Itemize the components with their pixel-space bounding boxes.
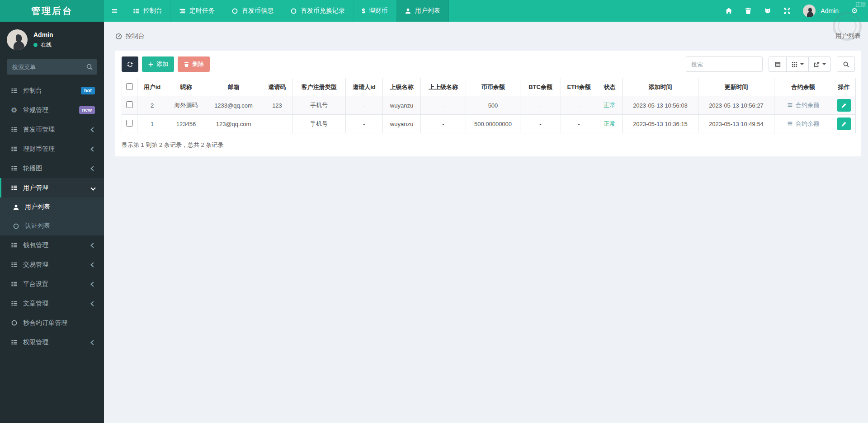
row-checkbox[interactable] — [126, 101, 133, 108]
sidebar-item-1[interactable]: ⚙常规管理new — [0, 100, 104, 120]
sidebar-item-4[interactable]: 轮播图 — [0, 159, 104, 178]
expand-icon[interactable] — [783, 7, 791, 14]
cat-icon[interactable] — [764, 7, 771, 14]
cell-invite_code: 123 — [262, 96, 292, 115]
admin-name-label[interactable]: Admin — [821, 7, 839, 14]
sidebar-item-3[interactable]: 理财币管理 — [0, 139, 104, 159]
cell-nickname: 海外源码 — [167, 96, 205, 115]
thlist-icon — [11, 339, 18, 346]
top-nav-tab-0[interactable]: 控制台 — [125, 0, 171, 22]
column-header-12: 添加时间 — [623, 78, 698, 96]
home-icon[interactable] — [725, 7, 732, 14]
sidebar-group-8: 平台设置 — [0, 274, 104, 294]
sidebar-item-label: 秒合约订单管理 — [23, 319, 67, 327]
sidebar-item-2[interactable]: 首发币管理 — [0, 120, 104, 139]
cell-eth_balance: - — [561, 96, 597, 115]
detail-view-button[interactable] — [769, 56, 787, 72]
sidebar-menu-search — [7, 59, 97, 75]
chevron-left-icon — [90, 166, 95, 171]
sidebar-group-5: 用户管理用户列表认证列表 — [0, 178, 104, 235]
sidebar-item-8[interactable]: 平台设置 — [0, 274, 104, 294]
tasks-icon — [179, 8, 186, 14]
row-select-cell — [122, 115, 137, 133]
breadcrumb-bar: 控制台 用户列表 — [104, 22, 868, 51]
contract-balance-link[interactable]: 合约余额 — [787, 101, 819, 109]
sidebar-item-label: 权限管理 — [23, 338, 48, 347]
sidebar-subitem-5-1[interactable]: 认证列表 — [0, 216, 104, 235]
row-checkbox[interactable] — [126, 120, 133, 127]
column-header-1: 昵称 — [167, 78, 205, 96]
cell-inviter_id: - — [346, 96, 383, 115]
cell-inviter_id: - — [346, 115, 383, 133]
top-nav-tab-label: 控制台 — [143, 7, 162, 15]
top-nav-tabs: 控制台定时任务首发币信息首发币兑换记录$理财币用户列表 — [125, 0, 449, 22]
circle-icon — [231, 8, 238, 14]
edit-button[interactable] — [837, 99, 851, 112]
trash-icon[interactable] — [745, 7, 752, 14]
cell-contract_label: 合约余额 — [774, 115, 832, 133]
column-header-2: 邮箱 — [205, 78, 262, 96]
search-icon — [86, 63, 93, 70]
sidebar-user-panel: Admin 在线 — [0, 22, 104, 56]
sidebar-subitem-label: 认证列表 — [25, 222, 50, 230]
column-header-14: 合约余额 — [774, 78, 832, 96]
admin-avatar[interactable] — [803, 5, 816, 17]
sidebar-avatar[interactable] — [7, 29, 28, 50]
column-header-7: 上上级名称 — [421, 78, 466, 96]
sidebar-subitem-5-0[interactable]: 用户列表 — [0, 197, 104, 216]
contract-balance-link[interactable]: 合约余额 — [787, 120, 819, 128]
sidebar-item-label: 轮播图 — [23, 164, 42, 173]
sidebar-item-9[interactable]: 文章管理 — [0, 294, 104, 313]
chevron-left-icon — [90, 282, 95, 287]
dollar-icon: $ — [362, 8, 365, 14]
thlist-icon — [11, 281, 18, 287]
top-nav-tab-3[interactable]: 首发币兑换记录 — [282, 0, 354, 22]
top-nav-tab-5[interactable]: 用户列表 — [396, 0, 449, 22]
table-search-input[interactable] — [686, 56, 763, 72]
cell-created_at: 2023-05-13 10:36:15 — [623, 115, 698, 133]
cell-nickname: 123456 — [167, 115, 205, 133]
column-header-5: 邀请人id — [346, 78, 383, 96]
column-header-10: ETH余额 — [561, 78, 597, 96]
refresh-button[interactable] — [122, 56, 138, 72]
status-badge[interactable]: 正常 — [604, 120, 616, 127]
cell-action — [832, 115, 856, 133]
delete-button[interactable]: 删除 — [178, 56, 210, 72]
sidebar-item-7[interactable]: 交易管理 — [0, 255, 104, 274]
thlist-icon — [11, 184, 18, 191]
add-button[interactable]: 添加 — [142, 56, 174, 72]
thlist-icon — [11, 165, 18, 172]
cell-eth_balance: - — [561, 115, 597, 133]
sidebar-group-11: 权限管理 — [0, 333, 104, 352]
sidebar-group-0: 控制台hot — [0, 81, 104, 100]
top-nav-tab-label: 理财币 — [369, 7, 388, 15]
sidebar-item-label: 用户管理 — [23, 184, 48, 192]
caret-down-icon — [822, 63, 826, 65]
sidebar-item-11[interactable]: 权限管理 — [0, 333, 104, 352]
sidebar-item-0[interactable]: 控制台hot — [0, 81, 104, 100]
toolbar-right — [686, 56, 855, 72]
export-dropdown-button[interactable] — [808, 56, 831, 72]
list-icon — [787, 121, 793, 127]
sidebar-item-5[interactable]: 用户管理 — [0, 178, 104, 197]
row-select-cell — [122, 96, 137, 115]
user-icon — [13, 204, 19, 211]
breadcrumb[interactable]: 控制台 — [115, 32, 145, 40]
cell-parent_name: wuyanzu — [383, 115, 421, 133]
top-nav-tab-4[interactable]: $理财币 — [354, 0, 396, 22]
top-nav-tab-2[interactable]: 首发币信息 — [223, 0, 282, 22]
sidebar-toggle-button[interactable] — [104, 0, 125, 22]
sidebar-item-10[interactable]: 秒合约订单管理 — [0, 313, 104, 333]
top-nav-tab-1[interactable]: 定时任务 — [171, 0, 223, 22]
thlist-icon — [11, 300, 18, 307]
columns-dropdown-button[interactable] — [786, 56, 809, 72]
menu-search-input[interactable] — [7, 59, 97, 75]
circle-icon — [11, 320, 18, 326]
edit-button[interactable] — [837, 118, 851, 130]
status-badge[interactable]: 正常 — [604, 102, 616, 108]
thlist-icon — [133, 8, 140, 14]
select-all-checkbox[interactable] — [126, 83, 133, 90]
search-toggle-button[interactable] — [837, 56, 855, 72]
cell-user_id: 2 — [137, 96, 167, 115]
sidebar-item-6[interactable]: 钱包管理 — [0, 235, 104, 255]
